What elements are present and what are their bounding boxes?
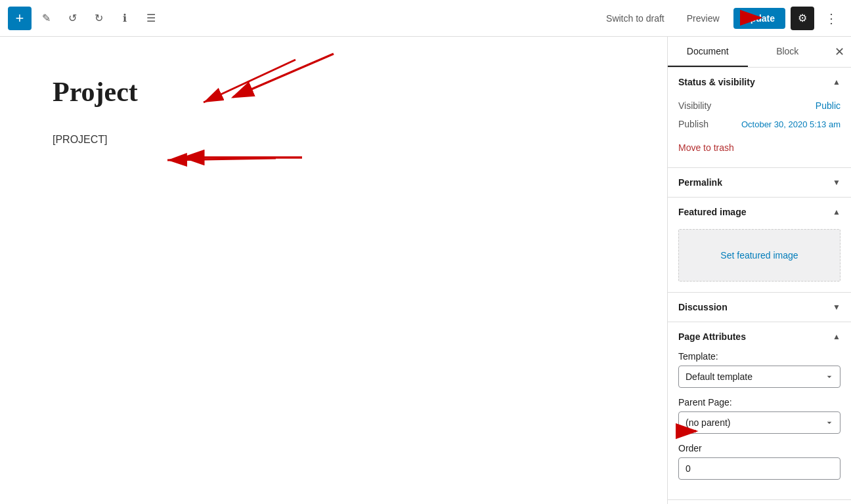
- order-input[interactable]: [678, 457, 840, 480]
- set-featured-image-label: Set featured image: [720, 250, 798, 261]
- section-permalink-label: Permalink: [678, 177, 722, 188]
- gear-icon: ⚙: [798, 12, 807, 24]
- section-page-attributes: Page Attributes ▲ Template: Default temp…: [668, 322, 851, 500]
- edit-icon-button[interactable]: ✎: [34, 7, 58, 30]
- info-button[interactable]: ℹ: [113, 7, 137, 30]
- publish-row: Publish October 30, 2020 5:13 am: [678, 115, 840, 133]
- publish-label: Publish: [678, 119, 709, 129]
- section-discussion-label: Discussion: [678, 302, 728, 312]
- more-options-button[interactable]: ⋮: [819, 7, 843, 30]
- preview-button[interactable]: Preview: [678, 9, 728, 28]
- section-permalink-header[interactable]: Permalink ▼: [668, 168, 851, 197]
- chevron-up-icon-2: ▲: [833, 207, 840, 217]
- section-status-visibility-header[interactable]: Status & visibility ▲: [668, 68, 851, 96]
- ellipsis-icon: ⋮: [825, 10, 839, 26]
- template-group: Template: Default template Full Width Bl…: [678, 351, 840, 388]
- section-status-visibility-content: Visibility Public Publish October 30, 20…: [668, 96, 851, 167]
- section-page-attributes-content: Template: Default template Full Width Bl…: [668, 351, 851, 499]
- section-status-visibility-label: Status & visibility: [678, 77, 755, 87]
- template-select[interactable]: Default template Full Width Blank: [678, 366, 840, 388]
- section-featured-image: Featured image ▲ Set featured image: [668, 198, 851, 293]
- info-icon: ℹ: [123, 12, 127, 24]
- order-label: Order: [678, 443, 840, 453]
- edit-icon: ✎: [42, 12, 51, 24]
- tab-block[interactable]: Block: [748, 37, 828, 67]
- visibility-label: Visibility: [678, 100, 711, 111]
- parent-page-group: Parent Page: (no parent): [678, 397, 840, 434]
- toolbar-left: + ✎ ↺ ↻ ℹ ☰: [8, 7, 598, 30]
- parent-page-label: Parent Page:: [678, 397, 840, 408]
- post-title[interactable]: Project: [53, 76, 615, 108]
- chevron-up-icon: ▲: [833, 77, 840, 87]
- redo-button[interactable]: ↻: [87, 7, 110, 30]
- update-button[interactable]: Update: [733, 8, 785, 29]
- visibility-row: Visibility Public: [678, 96, 840, 115]
- settings-button[interactable]: ⚙: [791, 7, 814, 30]
- visibility-value[interactable]: Public: [816, 100, 840, 111]
- section-page-attributes-header[interactable]: Page Attributes ▲: [668, 322, 851, 351]
- section-featured-image-label: Featured image: [678, 207, 746, 217]
- section-discussion-header[interactable]: Discussion ▼: [668, 293, 851, 322]
- close-sidebar-button[interactable]: ✕: [827, 40, 851, 64]
- section-permalink: Permalink ▼: [668, 168, 851, 198]
- section-discussion: Discussion ▼: [668, 293, 851, 322]
- close-icon: ✕: [835, 45, 844, 59]
- switch-to-draft-button[interactable]: Switch to draft: [598, 9, 673, 28]
- chevron-down-icon: ▼: [833, 178, 840, 187]
- section-featured-image-header[interactable]: Featured image ▲: [668, 198, 851, 226]
- section-page-attributes-label: Page Attributes: [678, 331, 746, 342]
- section-status-visibility: Status & visibility ▲ Visibility Public …: [668, 68, 851, 168]
- tab-document[interactable]: Document: [668, 37, 748, 67]
- main-container: Project [PROJECT] Document Block ✕ Statu…: [0, 37, 851, 504]
- toolbar-right: Switch to draft Preview Update ⚙ ⋮: [598, 7, 843, 30]
- chevron-up-icon-3: ▲: [833, 332, 840, 341]
- chevron-down-icon-2: ▼: [833, 303, 840, 312]
- section-featured-image-content: Set featured image: [668, 229, 851, 292]
- main-toolbar: + ✎ ↺ ↻ ℹ ☰ Switch to draft Preview Upda…: [0, 0, 851, 37]
- editor-area: Project [PROJECT]: [0, 37, 667, 504]
- post-content[interactable]: [PROJECT]: [53, 134, 615, 200]
- undo-button[interactable]: ↺: [60, 7, 84, 30]
- template-label: Template:: [678, 351, 840, 362]
- order-group: Order: [678, 443, 840, 480]
- sidebar: Document Block ✕ Status & visibility ▲ V…: [667, 37, 851, 504]
- publish-date-value[interactable]: October 30, 2020 5:13 am: [741, 119, 840, 129]
- set-featured-image-button[interactable]: Set featured image: [678, 229, 840, 282]
- undo-icon: ↺: [68, 12, 77, 24]
- list-icon: ☰: [146, 12, 156, 24]
- parent-page-select[interactable]: (no parent): [678, 411, 840, 434]
- move-to-trash-button[interactable]: Move to trash: [678, 138, 734, 157]
- add-block-button[interactable]: +: [8, 7, 32, 30]
- list-view-button[interactable]: ☰: [139, 7, 163, 30]
- redo-icon: ↻: [95, 12, 103, 24]
- sidebar-tabs: Document Block ✕: [668, 37, 851, 68]
